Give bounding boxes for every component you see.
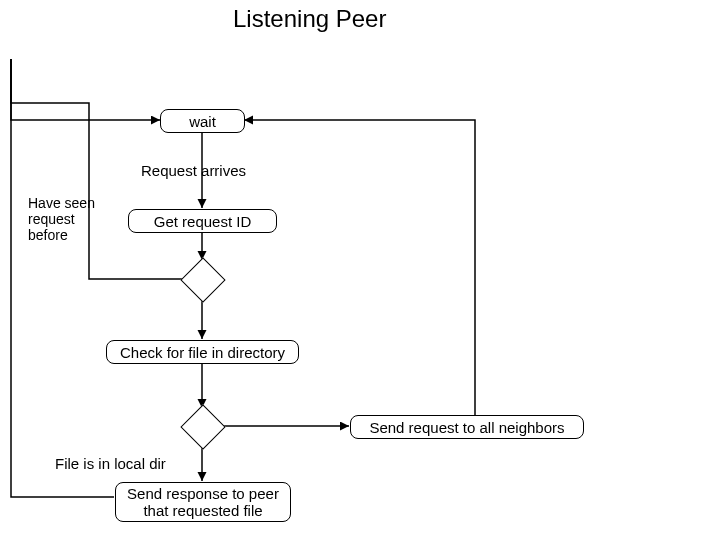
- label-have-seen: Have seen request before: [28, 195, 95, 243]
- label-request-arrives: Request arrives: [141, 162, 246, 179]
- label-file-in-local: File is in local dir: [55, 455, 166, 472]
- node-send-neighbors: Send request to all neighbors: [350, 415, 584, 439]
- node-check-directory: Check for file in directory: [106, 340, 299, 364]
- node-wait: wait: [160, 109, 245, 133]
- node-get-request-id: Get request ID: [128, 209, 277, 233]
- node-send-response: Send response to peer that requested fil…: [115, 482, 291, 522]
